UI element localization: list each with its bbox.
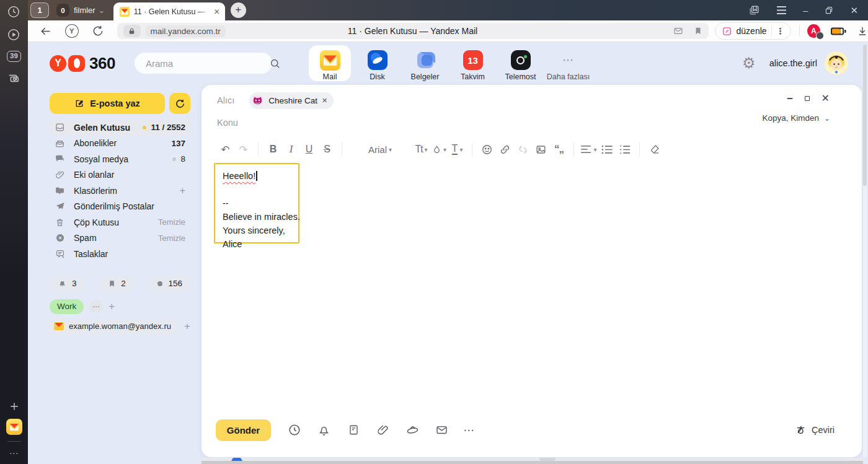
emoji-button[interactable]: [478, 140, 496, 159]
italic-button[interactable]: I: [282, 140, 300, 159]
history-icon[interactable]: [7, 5, 20, 19]
app-mail[interactable]: Mail: [309, 45, 351, 81]
extension-a-icon[interactable]: A: [807, 24, 820, 38]
reminder-bell-icon[interactable]: [317, 423, 332, 437]
message-body[interactable]: Heeello! -- Believe in miracles. Yours s…: [214, 163, 299, 243]
tag-work[interactable]: Work: [50, 299, 84, 314]
url-bar[interactable]: 11 · Gelen Kutusu — Yandex Mail mail.yan…: [117, 23, 709, 39]
url-text[interactable]: mail.yandex.com.tr: [146, 25, 226, 37]
window-minimize-icon[interactable]: –: [803, 6, 808, 15]
bookmarks-panel-icon[interactable]: [748, 4, 760, 16]
folder-drafts[interactable]: Taslaklar: [50, 246, 190, 262]
bookmarks-pill[interactable]: 2: [100, 276, 134, 292]
compose-button[interactable]: E-posta yaz: [50, 93, 165, 114]
play-icon[interactable]: [7, 28, 20, 42]
folder-sent[interactable]: Gönderilmiş Postalar: [50, 199, 190, 215]
remove-recipient-icon[interactable]: ✕: [322, 97, 327, 105]
undo-icon[interactable]: ↶: [216, 140, 234, 159]
screenshot-icon[interactable]: [7, 71, 20, 85]
search-input[interactable]: [146, 58, 269, 69]
tab-close-icon[interactable]: ✕: [214, 7, 220, 16]
app-telemost[interactable]: Telemost: [497, 45, 544, 81]
recipient-chip[interactable]: Cheshire Cat ✕: [249, 92, 334, 109]
notifications-pill[interactable]: 3: [50, 276, 85, 292]
app-more[interactable]: ⋯ Daha fazlası: [544, 45, 592, 81]
app-belgeler[interactable]: Belgeler: [401, 45, 449, 81]
refresh-mail-button[interactable]: [169, 93, 190, 114]
folder-subscriptions[interactable]: Abonelikler 137: [50, 136, 190, 152]
tab-group-filmler[interactable]: 0 filmler ⌄: [56, 4, 105, 17]
template-icon[interactable]: [346, 423, 361, 437]
folder-my-folders[interactable]: Klasörlerim +: [50, 183, 190, 199]
empty-spam-button[interactable]: Temizle: [158, 234, 185, 243]
compose-expand-icon[interactable]: [805, 96, 810, 101]
folder-social[interactable]: Sosyal medya 8: [50, 151, 190, 167]
copy-from-toggle[interactable]: Kopya, Kimden ⌄: [762, 113, 830, 123]
add-tag-button[interactable]: +: [108, 300, 115, 313]
active-tab[interactable]: 11 · Gelen Kutusu — Yan ✕: [113, 2, 225, 20]
folder-spam[interactable]: Spam Temizle: [50, 230, 190, 247]
schedule-send-icon[interactable]: [287, 423, 302, 437]
font-size-button[interactable]: Tt▾: [412, 140, 430, 159]
bullet-list-button[interactable]: [598, 140, 616, 159]
folder-trash[interactable]: Çöp Kutusu Temizle: [50, 214, 190, 230]
compose-close-icon[interactable]: ✕: [822, 92, 830, 104]
back-icon[interactable]: [39, 25, 52, 38]
chevron-down-icon[interactable]: ⌄: [99, 6, 105, 15]
underline-button[interactable]: U: [300, 140, 318, 159]
attach-file-icon[interactable]: [376, 423, 391, 437]
font-family-select[interactable]: Arial ▾: [348, 140, 412, 159]
compose-minimize-icon[interactable]: –: [787, 93, 792, 103]
page-scrollbar[interactable]: [863, 45, 867, 457]
strikethrough-button[interactable]: S: [318, 140, 336, 159]
yandex-mail-rail-icon[interactable]: [6, 419, 22, 435]
insert-image-button[interactable]: [532, 140, 550, 159]
highlight-color-button[interactable]: ▾: [430, 140, 448, 159]
unlink-button[interactable]: [514, 140, 532, 159]
tag-more-icon[interactable]: ⋯: [89, 300, 103, 313]
bold-button[interactable]: B: [264, 140, 282, 159]
new-tab-button[interactable]: +: [231, 2, 246, 18]
downloads-icon[interactable]: [857, 25, 868, 37]
user-avatar[interactable]: [825, 51, 848, 75]
clear-formatting-button[interactable]: [645, 140, 663, 159]
yandex-browser-icon[interactable]: Y: [65, 24, 79, 38]
add-panel-icon[interactable]: [8, 400, 20, 413]
unread-pill[interactable]: 156: [149, 276, 190, 292]
add-folder-button[interactable]: +: [180, 185, 185, 196]
yandex-360-logo[interactable]: Y 360: [50, 54, 115, 73]
attach-from-disk-icon[interactable]: [405, 423, 420, 437]
reload-icon[interactable]: [92, 25, 104, 37]
url-mail-icon[interactable]: [673, 26, 684, 36]
folder-attachments[interactable]: Eki olanlar: [50, 167, 190, 183]
folder-inbox[interactable]: Gelen Kutusu 11 / 2552: [50, 120, 190, 136]
align-button[interactable]: ▾: [580, 140, 598, 159]
edit-button[interactable]: düzenle ⋮: [715, 22, 791, 40]
envelope-icon[interactable]: [435, 424, 450, 436]
battery-extension-icon[interactable]: [830, 27, 846, 36]
quote-button[interactable]: “„: [550, 140, 568, 159]
numbered-list-button[interactable]: [616, 140, 634, 159]
app-disk[interactable]: Disk: [353, 45, 401, 81]
username-label[interactable]: alice.the.girl: [769, 58, 817, 68]
search-bar[interactable]: [135, 53, 272, 74]
window-restore-icon[interactable]: [824, 6, 834, 15]
add-account-button[interactable]: +: [184, 320, 190, 333]
send-button[interactable]: Gönder: [216, 419, 271, 441]
search-icon[interactable]: [269, 58, 281, 69]
link-button[interactable]: [496, 140, 514, 159]
rail-more-icon[interactable]: ⋯: [9, 448, 19, 459]
browser-menu-icon[interactable]: [776, 6, 787, 15]
kebab-menu-icon[interactable]: ⋮: [776, 26, 785, 36]
settings-gear-icon[interactable]: ⚙: [742, 55, 756, 72]
subject-input[interactable]: [217, 118, 756, 128]
bookmark-icon[interactable]: [694, 26, 702, 36]
app-takvim[interactable]: 13 Takvim: [449, 45, 497, 81]
account-pill[interactable]: example.woman@yandex.ru: [50, 319, 178, 334]
scrollbar-thumb[interactable]: [863, 45, 867, 186]
window-close-icon[interactable]: ✕: [850, 6, 858, 15]
tab-counter-button[interactable]: 1: [30, 2, 49, 18]
redo-icon[interactable]: ↷: [234, 140, 252, 159]
lock-icon[interactable]: [123, 25, 141, 37]
translate-button[interactable]: Çeviri: [795, 424, 835, 436]
